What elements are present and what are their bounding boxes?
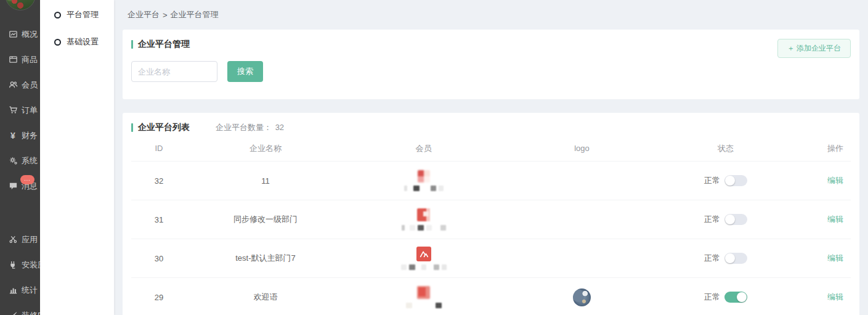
submenu-item-platform-manage[interactable]: 平台管理	[40, 1, 114, 28]
members-icon	[8, 80, 18, 90]
sidebar-item-orders[interactable]: 订单	[0, 97, 40, 123]
radio-icon	[54, 39, 61, 46]
platform-count-label: 企业平台数量：	[216, 123, 272, 132]
list-card-header: 企业平台列表 企业平台数量： 32	[123, 122, 859, 133]
overview-icon	[8, 30, 18, 39]
sidebar-item-finance[interactable]: ¥ 财务	[0, 123, 40, 148]
submenu-label: 基础设置	[67, 36, 99, 47]
search-button[interactable]: 搜索	[227, 61, 263, 82]
sub-sidebar: 平台管理 基础设置	[40, 0, 114, 315]
status-toggle[interactable]	[724, 292, 747, 303]
breadcrumb-parent[interactable]: 企业平台	[128, 9, 160, 20]
table-row: 31 同步修改一级部门 正常	[131, 200, 851, 239]
member-name-redacted	[403, 186, 445, 192]
edit-link[interactable]: 编辑	[827, 253, 843, 263]
diy-icon	[8, 311, 18, 315]
add-platform-button[interactable]: ＋ 添加企业平台	[777, 39, 851, 58]
install-app-icon	[8, 260, 18, 270]
cell-company-name: 11	[187, 176, 344, 186]
member-avatar	[418, 170, 430, 182]
cell-action: 编辑	[790, 214, 851, 225]
status-label: 正常	[704, 175, 720, 186]
manage-card-title: 企业平台管理	[138, 39, 190, 50]
platform-table: ID 企业名称 会员 logo 状态 操作 32 11	[131, 136, 851, 315]
cell-action: 编辑	[790, 175, 851, 186]
cell-member	[344, 208, 503, 231]
sidebar-item-diy[interactable]: 装修DIY	[0, 303, 40, 315]
member-avatar-logo	[416, 247, 431, 261]
header-member: 会员	[344, 143, 503, 154]
member-name-redacted	[400, 264, 448, 271]
sidebar-item-apps[interactable]: 应用	[0, 227, 40, 252]
title-accent-bar	[131, 40, 133, 49]
cell-id: 32	[131, 176, 187, 186]
sidebar-item-label: 财务	[22, 130, 38, 141]
main-nav: 概况 商品 会员 订单 ¥ 财务 系统	[0, 22, 40, 315]
cell-status: 正常	[661, 175, 790, 186]
header-logo: logo	[503, 144, 661, 153]
sidebar-item-goods[interactable]: 商品	[0, 47, 40, 72]
finance-icon: ¥	[8, 131, 18, 141]
member-avatar	[417, 286, 430, 299]
sidebar-item-members[interactable]: 会员	[0, 72, 40, 97]
shop-avatar[interactable]	[5, 0, 36, 10]
title-accent-bar	[131, 123, 133, 132]
header-status: 状态	[661, 143, 790, 154]
sidebar-item-label: 概况	[22, 29, 38, 40]
cell-status: 正常	[661, 292, 790, 303]
breadcrumb: 企业平台 > 企业平台管理	[123, 0, 859, 30]
sidebar-item-message[interactable]: 消息 ...	[0, 173, 40, 198]
cell-id: 30	[131, 254, 187, 263]
submenu-label: 平台管理	[67, 9, 99, 20]
cell-member	[344, 170, 503, 192]
company-name-input[interactable]	[131, 61, 217, 82]
platform-manage-card: 企业平台管理 ＋ 添加企业平台 搜索	[123, 30, 859, 99]
cell-status: 正常	[661, 214, 790, 225]
status-label: 正常	[704, 292, 720, 303]
cell-member	[344, 286, 503, 308]
sidebar-item-label: 统计	[22, 285, 38, 296]
cell-action: 编辑	[790, 253, 851, 264]
radio-icon	[54, 12, 61, 18]
company-logo-earth	[573, 288, 591, 306]
breadcrumb-separator: >	[163, 10, 168, 20]
sidebar-item-install-app[interactable]: 安装应用	[0, 252, 40, 277]
sidebar-item-overview[interactable]: 概况	[0, 22, 40, 47]
header-name: 企业名称	[187, 143, 344, 154]
cell-member	[344, 247, 503, 271]
sidebar-item-label: 商品	[22, 54, 38, 65]
member-name-redacted	[400, 224, 447, 231]
cell-action: 编辑	[790, 292, 851, 303]
member-name-redacted	[405, 302, 443, 308]
platform-list-card: 企业平台列表 企业平台数量： 32 ID 企业名称 会员 logo 状态 操作	[123, 113, 859, 315]
sidebar-item-label: 系统	[22, 155, 38, 166]
header-action: 操作	[790, 143, 851, 154]
sidebar-item-label: 订单	[22, 105, 38, 116]
stats-icon	[8, 285, 18, 295]
message-icon	[8, 181, 18, 191]
main-content: 企业平台 > 企业平台管理 企业平台管理 ＋ 添加企业平台 搜索 企业平台列表 …	[114, 0, 868, 315]
status-toggle[interactable]	[724, 175, 747, 186]
edit-link[interactable]: 编辑	[827, 292, 843, 301]
cell-id: 29	[131, 293, 187, 302]
mountain-logo-icon	[418, 248, 429, 260]
cell-id: 31	[131, 215, 187, 224]
sidebar-item-label: 应用	[22, 234, 38, 245]
submenu-item-basic-settings[interactable]: 基础设置	[40, 28, 114, 55]
system-icon	[8, 156, 18, 166]
cell-company-name: 同步修改一级部门	[187, 214, 344, 225]
manage-card-header: 企业平台管理 ＋ 添加企业平台	[123, 39, 859, 50]
goods-icon	[8, 55, 18, 65]
search-row: 搜索	[131, 61, 859, 82]
status-toggle[interactable]	[724, 214, 747, 225]
sidebar-item-stats[interactable]: 统计	[0, 277, 40, 303]
cell-logo	[503, 288, 661, 306]
status-toggle[interactable]	[724, 253, 747, 264]
edit-link[interactable]: 编辑	[827, 215, 843, 224]
table-row: 30 test-默认主部门7	[131, 239, 851, 278]
cell-company-name: test-默认主部门7	[187, 253, 344, 264]
status-label: 正常	[704, 214, 720, 225]
table-row: 32 11 正常	[131, 162, 851, 200]
sidebar-item-system[interactable]: 系统	[0, 148, 40, 173]
edit-link[interactable]: 编辑	[827, 176, 843, 185]
